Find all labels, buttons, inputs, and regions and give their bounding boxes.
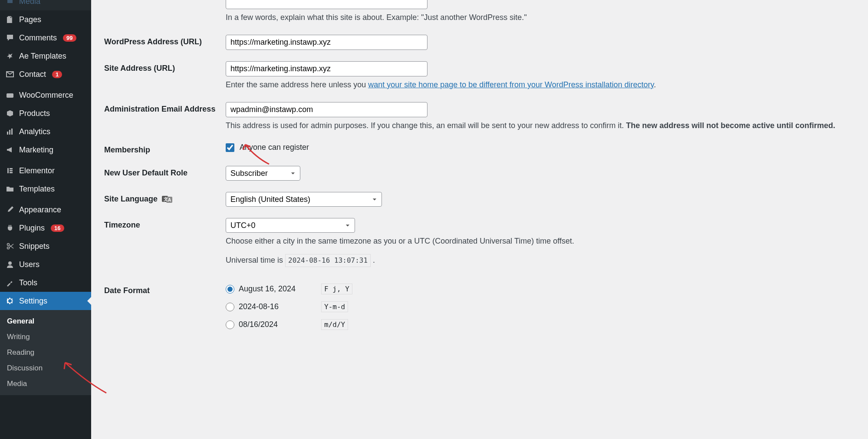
- timezone-label: Timezone: [104, 218, 226, 230]
- default-role-select[interactable]: Subscriber: [226, 166, 300, 181]
- membership-checkbox-wrapper[interactable]: Anyone can register: [226, 143, 309, 152]
- sidebar-item-analytics[interactable]: Analytics: [0, 122, 91, 141]
- sidebar-item-products[interactable]: Products: [0, 104, 91, 122]
- date-format-code: m/d/Y: [321, 319, 348, 330]
- contact-badge: 1: [52, 71, 62, 78]
- timezone-description: Choose either a city in the same timezon…: [226, 235, 855, 247]
- svg-rect-6: [10, 168, 13, 169]
- membership-checkbox-label: Anyone can register: [240, 143, 309, 152]
- svg-rect-1: [7, 93, 13, 98]
- sidebar-item-comments[interactable]: Comments 99: [0, 29, 91, 47]
- elementor-icon: [5, 166, 15, 175]
- mail-icon: [5, 69, 15, 79]
- settings-form: In a few words, explain what this site i…: [91, 0, 868, 439]
- date-format-display: 08/16/2024: [239, 320, 321, 329]
- sidebar-item-plugins[interactable]: Plugins 16: [0, 219, 91, 237]
- svg-rect-3: [9, 130, 10, 135]
- box-icon: [5, 109, 15, 118]
- sidebar-item-label: Marketing: [19, 145, 53, 155]
- brush-icon: [5, 205, 15, 215]
- sidebar-item-label: Users: [19, 260, 39, 269]
- sidebar-item-snippets[interactable]: Snippets: [0, 237, 91, 255]
- site-language-label: Site Language 文A: [104, 192, 226, 204]
- sidebar-item-label: Templates: [19, 185, 55, 194]
- sidebar-item-elementor[interactable]: Elementor: [0, 162, 91, 180]
- plugins-badge: 16: [51, 224, 64, 232]
- submenu-media[interactable]: Media: [0, 376, 91, 392]
- sidebar-item-pages[interactable]: Pages: [0, 10, 91, 29]
- date-format-display: August 16, 2024: [239, 284, 321, 294]
- date-format-code: Y-m-d: [321, 301, 348, 312]
- site-address-input[interactable]: [226, 61, 427, 76]
- sidebar-item-marketing[interactable]: Marketing: [0, 141, 91, 159]
- gear-icon: [5, 296, 15, 306]
- timezone-select[interactable]: UTC+0: [226, 218, 355, 233]
- date-format-radio-2[interactable]: [226, 320, 234, 329]
- membership-label: Membership: [104, 143, 226, 155]
- settings-submenu: General Writing Reading Discussion Media: [0, 310, 91, 395]
- date-format-code: F j, Y: [321, 284, 352, 294]
- svg-point-11: [8, 261, 12, 265]
- submenu-discussion[interactable]: Discussion: [0, 360, 91, 376]
- default-role-label: New User Default Role: [104, 166, 226, 178]
- scissors-icon: [5, 241, 15, 251]
- sidebar-item-settings[interactable]: Settings: [0, 292, 91, 310]
- wp-address-label: WordPress Address (URL): [104, 35, 226, 46]
- sidebar-item-label: Comments: [19, 33, 57, 43]
- sidebar-item-label: Media: [19, 0, 40, 6]
- pages-icon: [5, 15, 15, 24]
- sidebar-item-contact[interactable]: Contact 1: [0, 65, 91, 83]
- comments-badge: 99: [63, 34, 76, 42]
- wrench-icon: [5, 278, 15, 287]
- submenu-reading[interactable]: Reading: [0, 345, 91, 360]
- translate-icon: 文A: [161, 195, 173, 204]
- svg-rect-2: [7, 132, 8, 135]
- admin-email-label: Administration Email Address: [104, 102, 226, 114]
- folder-icon: [5, 184, 15, 194]
- site-address-label: Site Address (URL): [104, 61, 226, 73]
- sidebar-item-label: Tools: [19, 278, 37, 287]
- date-format-radio-0[interactable]: [226, 285, 234, 294]
- svg-text:A: A: [168, 198, 171, 202]
- site-address-description: Enter the same address here unless you w…: [226, 79, 855, 91]
- comments-icon: [5, 33, 15, 43]
- sidebar-item-users[interactable]: Users: [0, 255, 91, 274]
- pin-icon: [5, 51, 15, 61]
- user-icon: [5, 260, 15, 269]
- sidebar-item-label: WooCommerce: [19, 91, 73, 100]
- admin-sidebar: Media Pages Comments 99 Ae Templates Con…: [0, 0, 91, 439]
- svg-rect-7: [10, 170, 13, 172]
- megaphone-icon: [5, 145, 15, 155]
- date-format-display: 2024-08-16: [239, 302, 321, 311]
- sidebar-item-media[interactable]: Media: [0, 0, 91, 10]
- tagline-input[interactable]: [226, 0, 427, 9]
- site-address-help-link[interactable]: want your site home page to be different…: [368, 80, 654, 89]
- svg-rect-4: [11, 129, 13, 135]
- sidebar-item-templates[interactable]: Templates: [0, 180, 91, 198]
- sidebar-item-label: Pages: [19, 15, 41, 24]
- sidebar-item-woocommerce[interactable]: WooCommerce: [0, 86, 91, 104]
- date-format-options: August 16, 2024 F j, Y 2024-08-16 Y-m-d …: [226, 284, 855, 337]
- sidebar-item-ae-templates[interactable]: Ae Templates: [0, 47, 91, 65]
- date-format-radio-1[interactable]: [226, 303, 234, 311]
- svg-text:文: 文: [163, 197, 168, 201]
- utc-time-code: 2024-08-16 13:07:31: [285, 254, 371, 267]
- submenu-general[interactable]: General: [0, 314, 91, 329]
- admin-email-input[interactable]: [226, 102, 427, 117]
- sidebar-item-tools[interactable]: Tools: [0, 274, 91, 292]
- plug-icon: [5, 223, 15, 233]
- site-language-select[interactable]: English (United States): [226, 192, 382, 207]
- sidebar-item-label: Analytics: [19, 127, 50, 136]
- media-icon: [5, 0, 15, 6]
- submenu-writing[interactable]: Writing: [0, 329, 91, 345]
- woo-icon: [5, 90, 15, 100]
- admin-email-description: This address is used for admin purposes.…: [226, 120, 855, 132]
- anyone-can-register-checkbox[interactable]: [226, 143, 234, 152]
- sidebar-item-label: Appearance: [19, 205, 61, 215]
- wp-address-input[interactable]: [226, 35, 427, 50]
- sidebar-item-label: Settings: [19, 297, 47, 306]
- sidebar-item-appearance[interactable]: Appearance: [0, 201, 91, 219]
- sidebar-item-label: Ae Templates: [19, 52, 66, 61]
- svg-rect-5: [7, 168, 9, 173]
- sidebar-item-label: Plugins: [19, 224, 45, 233]
